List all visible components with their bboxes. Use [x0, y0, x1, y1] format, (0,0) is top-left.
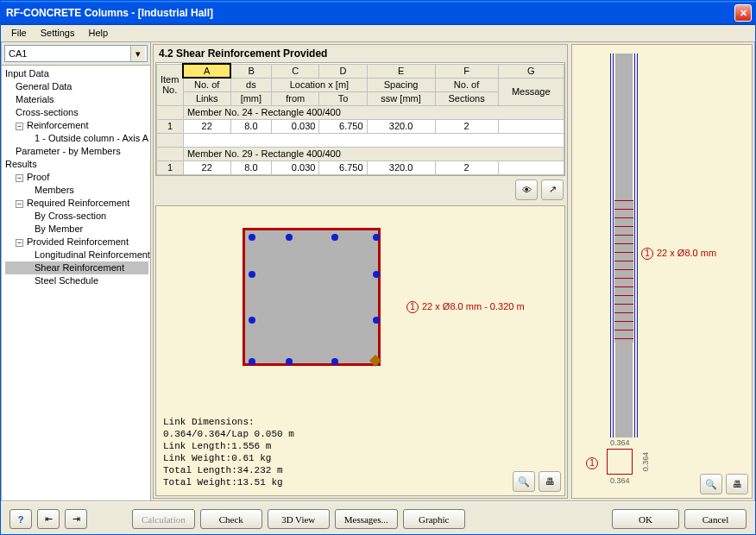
window-title: RF-CONCRETE Columns - [Industrial Hall]: [6, 7, 734, 19]
print-button-right[interactable]: 🖶: [726, 474, 748, 494]
eye-icon: 👁: [522, 185, 532, 195]
collapse-icon[interactable]: −: [16, 200, 23, 208]
help-icon: ?: [18, 514, 24, 525]
tree-provided-reinf[interactable]: −Provided Reinforcement: [5, 236, 148, 249]
sidebar: CA1 Input Data General Data Materials Cr…: [2, 42, 151, 500]
zoom-button-right[interactable]: 🔍: [700, 474, 722, 494]
elevation-preview[interactable]: 122 x Ø8.0 mm 1 0.364 0.364 0.364 🔍 🖶: [571, 44, 753, 499]
menu-settings[interactable]: Settings: [34, 25, 82, 41]
collapse-icon[interactable]: −: [16, 174, 23, 182]
link-dimensions-text: Link Dimensions: 0.364/0.364/Lap 0.050 m…: [163, 416, 294, 488]
menu-bar: File Settings Help: [1, 25, 755, 42]
tree-reinf-item[interactable]: 1 - Outside column - Axis A: [5, 132, 148, 145]
ok-button[interactable]: OK: [612, 509, 679, 529]
data-row: 1 22 8.0 0.030 6.750 320.0 2: [157, 119, 564, 133]
graphic-button[interactable]: Graphic: [403, 509, 465, 529]
nav-tree[interactable]: Input Data General Data Materials Cross-…: [2, 66, 150, 500]
col-C[interactable]: C: [272, 64, 319, 78]
page-right-icon: ⇥: [72, 513, 80, 525]
col-G[interactable]: G: [498, 64, 564, 78]
zoom-button[interactable]: 🔍: [513, 471, 535, 492]
printer-icon: 🖶: [545, 476, 555, 487]
calculation-button[interactable]: Calculation: [132, 509, 195, 529]
help-button[interactable]: ?: [9, 509, 32, 529]
magnifier-icon: 🔍: [705, 479, 717, 490]
menu-help[interactable]: Help: [81, 25, 115, 41]
tree-long-reinf[interactable]: Longitudinal Reinforcement: [5, 249, 148, 261]
group-row-29[interactable]: Member No. 29 - Rectangle 400/400: [183, 147, 564, 160]
close-button[interactable]: ✕: [734, 4, 752, 22]
tree-required-reinf[interactable]: −Required Reinforcement: [5, 197, 148, 210]
section-preview[interactable]: 122 x Ø8.0 mm - 0.320 m Link Dimensions:…: [155, 205, 565, 497]
group-row-24[interactable]: Member No. 24 - Rectangle 400/400: [183, 105, 564, 119]
collapse-icon[interactable]: −: [16, 239, 23, 247]
column-elevation: [615, 54, 633, 437]
check-button[interactable]: Check: [200, 509, 262, 529]
tree-proof[interactable]: −Proof: [5, 171, 148, 184]
3dview-button[interactable]: 3D View: [268, 509, 330, 529]
col-E[interactable]: E: [367, 64, 435, 78]
elevation-label: 122 x Ø8.0 mm: [641, 248, 716, 260]
tree-cross-sections[interactable]: Cross-sections: [5, 106, 148, 119]
cancel-button[interactable]: Cancel: [684, 509, 747, 529]
print-button[interactable]: 🖶: [539, 471, 561, 492]
menu-file[interactable]: File: [4, 25, 34, 41]
tree-materials[interactable]: Materials: [5, 93, 148, 106]
show-hide-button[interactable]: 👁: [515, 179, 538, 200]
button-bar: ? ⇤ ⇥ Calculation Check 3D View Messages…: [1, 501, 755, 535]
arrow-icon: ↗: [549, 184, 557, 195]
next-page-button[interactable]: ⇥: [65, 509, 87, 529]
right-column: 122 x Ø8.0 mm 1 0.364 0.364 0.364 🔍 🖶: [571, 44, 753, 499]
tree-input-data[interactable]: Input Data: [5, 67, 148, 80]
content-area: 4.2 Shear Reinforcement Provided ItemNo.…: [151, 42, 754, 500]
results-grid[interactable]: ItemNo. A B C D E F G No. of ds Location…: [155, 62, 565, 176]
tree-steel-schedule[interactable]: Steel Schedule: [5, 274, 148, 287]
col-A[interactable]: A: [183, 64, 230, 78]
col-B[interactable]: B: [230, 64, 272, 78]
tree-parameter[interactable]: Parameter - by Members: [5, 145, 148, 158]
col-D[interactable]: D: [319, 64, 367, 78]
column-section: [243, 228, 381, 366]
collapse-icon[interactable]: −: [16, 123, 23, 130]
data-row: 1 22 8.0 0.030 6.750 320.0 2: [157, 160, 564, 174]
col-F[interactable]: F: [435, 64, 498, 78]
center-column: 4.2 Shear Reinforcement Provided ItemNo.…: [153, 44, 568, 499]
tree-by-member[interactable]: By Member: [5, 223, 148, 236]
section-label: 122 x Ø8.0 mm - 0.320 m: [406, 301, 525, 313]
tree-by-cs[interactable]: By Cross-section: [5, 210, 148, 223]
tree-members[interactable]: Members: [5, 184, 148, 197]
title-bar: RF-CONCRETE Columns - [Industrial Hall] …: [1, 1, 755, 25]
case-combo-value: CA1: [9, 48, 27, 59]
messages-button[interactable]: Messages...: [335, 509, 398, 529]
pick-button[interactable]: ↗: [541, 179, 564, 200]
prev-page-button[interactable]: ⇤: [37, 509, 60, 529]
page-left-icon: ⇤: [45, 513, 53, 525]
printer-icon: 🖶: [733, 479, 742, 489]
mini-section: 1 0.364 0.364 0.364: [598, 442, 646, 489]
main-area: CA1 Input Data General Data Materials Cr…: [1, 42, 755, 501]
tree-reinforcement[interactable]: −Reinforcement: [5, 119, 148, 132]
panel-title: 4.2 Shear Reinforcement Provided: [154, 45, 567, 62]
tree-shear-reinf[interactable]: Shear Reinforcement: [5, 261, 148, 274]
tree-results[interactable]: Results: [5, 158, 148, 171]
tree-general-data[interactable]: General Data: [5, 80, 148, 93]
case-combo[interactable]: CA1: [4, 45, 148, 62]
magnifier-icon: 🔍: [518, 476, 530, 488]
